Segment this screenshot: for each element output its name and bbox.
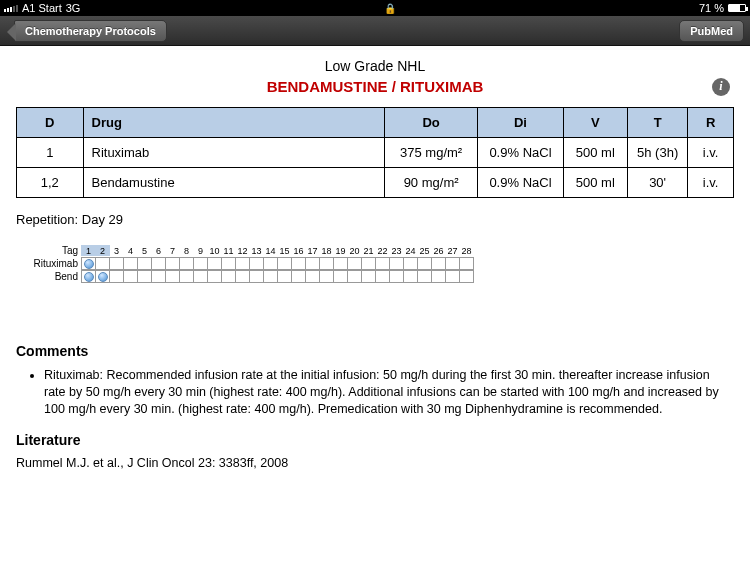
table-row: 1Rituximab375 mg/m²0.9% NaCl500 ml5h (3h… [17,138,734,168]
schedule-day-header: 17 [305,245,320,256]
info-icon[interactable]: i [712,78,730,96]
schedule-cell [207,257,222,270]
schedule-day-header: 24 [403,245,418,256]
table-cell-d: 1,2 [17,168,84,198]
literature-section: Literature Rummel M.J. et al., J Clin On… [16,432,734,470]
schedule-cell [123,257,138,270]
schedule-cell [403,270,418,283]
schedule-cell [361,257,376,270]
schedule-cell [459,257,474,270]
battery-icon [728,4,746,12]
schedule-day-header: 11 [221,245,236,256]
schedule-header-row: Tag 123456789101112131415161718192021222… [22,245,734,256]
schedule-day-header: 2 [95,245,110,256]
schedule-cell [137,270,152,283]
schedule-day-header: 25 [417,245,432,256]
schedule-cell [123,270,138,283]
comments-heading: Comments [16,343,734,359]
schedule-cell [151,270,166,283]
schedule-day-header: 18 [319,245,334,256]
schedule-day-header: 9 [193,245,208,256]
literature-text: Rummel M.J. et al., J Clin Oncol 23: 338… [16,456,734,470]
table-cell-v: 500 ml [563,168,627,198]
schedule-day-header: 28 [459,245,474,256]
col-r-header: R [688,108,734,138]
content-area: Low Grade NHL BENDAMUSTINE / RITUXIMAB i… [0,46,750,482]
schedule-day-header: 21 [361,245,376,256]
schedule-day-header: 12 [235,245,250,256]
table-row: 1,2Bendamustine90 mg/m²0.9% NaCl500 ml30… [17,168,734,198]
schedule-cell [445,257,460,270]
schedule-cell [109,257,124,270]
schedule-cell [249,257,264,270]
signal-icon [4,5,18,12]
schedule-cell [347,257,362,270]
schedule-cell [207,270,222,283]
schedule-cell [221,257,236,270]
schedule-cell [165,257,180,270]
schedule-cell [417,257,432,270]
repetition-text: Repetition: Day 29 [16,212,734,227]
col-t-header: T [627,108,687,138]
schedule-day-header: 3 [109,245,124,256]
schedule-cell [389,257,404,270]
schedule-cell [389,270,404,283]
status-left: A1 Start 3G [4,2,80,14]
schedule-day-header: 1 [81,245,96,256]
back-button[interactable]: Chemotherapy Protocols [14,20,167,42]
pubmed-button[interactable]: PubMed [679,20,744,42]
schedule-cell [431,257,446,270]
schedule-row-label: Rituximab [22,258,82,269]
schedule-cell [361,270,376,283]
schedule-day-header: 8 [179,245,194,256]
schedule-cell [291,270,306,283]
schedule-cell [305,257,320,270]
schedule-cell [417,270,432,283]
table-cell-r: i.v. [688,138,734,168]
schedule-day-header: 14 [263,245,278,256]
schedule-cell [179,257,194,270]
table-cell-t: 30' [627,168,687,198]
table-cell-do: 90 mg/m² [384,168,478,198]
schedule-cell [319,257,334,270]
battery-text: 71 % [699,2,724,14]
schedule-day-header: 4 [123,245,138,256]
schedule-cell [137,257,152,270]
schedule-cell [347,270,362,283]
dose-dot-icon [84,259,94,269]
comments-list: Rituximab: Recommended infusion rate at … [44,367,734,418]
table-cell-di: 0.9% NaCl [478,168,563,198]
schedule-cell [95,257,110,270]
schedule-day-header: 13 [249,245,264,256]
schedule-cell [375,257,390,270]
schedule-cell [333,270,348,283]
schedule-cell [277,257,292,270]
schedule-day-header: 6 [151,245,166,256]
page-subtitle: Low Grade NHL [16,58,734,74]
schedule-drug-row: Rituximab [22,257,734,270]
schedule-cell [375,270,390,283]
schedule-cell [445,270,460,283]
schedule-cell [109,270,124,283]
lock-icon: 🔒 [384,2,396,14]
schedule-cell [277,270,292,283]
schedule-cell [165,270,180,283]
network-label: 3G [66,2,81,14]
status-bar: A1 Start 3G 🔒 71 % [0,0,750,16]
table-cell-drug: Bendamustine [83,168,384,198]
schedule-cell [179,270,194,283]
schedule-cell [81,270,96,283]
dose-dot-icon [84,272,94,282]
schedule-cell [263,270,278,283]
schedule-cell [403,257,418,270]
schedule-day-header: 27 [445,245,460,256]
table-cell-d: 1 [17,138,84,168]
schedule-cell [235,257,250,270]
schedule-cell [333,257,348,270]
schedule-cell [95,270,110,283]
schedule-cell [221,270,236,283]
schedule-cell [319,270,334,283]
schedule-cell [431,270,446,283]
table-cell-t: 5h (3h) [627,138,687,168]
schedule-day-header: 5 [137,245,152,256]
